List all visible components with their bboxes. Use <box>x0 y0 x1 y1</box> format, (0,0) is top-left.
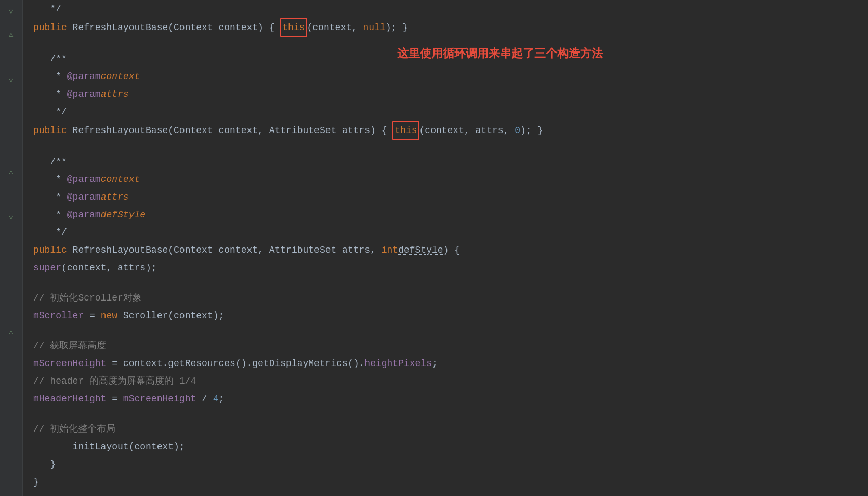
gutter-icon-11 <box>0 252 23 275</box>
gutter-icon-7[interactable]: △ <box>0 160 23 183</box>
code-line-9: /** <box>23 153 868 171</box>
gutter-icon-4 <box>0 92 23 114</box>
code-line-13: */ <box>23 224 868 241</box>
code-line-25: // 初始化整个布局 <box>23 420 868 438</box>
gutter-icon-10 <box>0 229 23 252</box>
gutter-icon-14[interactable]: △ <box>0 320 23 343</box>
gutter-icon-8 <box>0 183 23 206</box>
code-line-5: * @param attrs <box>23 85 868 103</box>
gutter-icon-9[interactable]: ▽ <box>0 206 23 229</box>
code-line-27: } <box>23 455 868 473</box>
gutter-icon-3[interactable]: ▽ <box>0 69 23 92</box>
code-line-16 <box>23 277 868 289</box>
code-area: 这里使用循环调用来串起了三个构造方法 */ public RefreshLayo… <box>23 0 868 496</box>
chinese-annotation: 这里使用循环调用来串起了三个构造方法 <box>397 46 603 61</box>
code-line-7: public RefreshLayoutBase(Context context… <box>23 121 868 140</box>
code-line-20: // 获取屏幕高度 <box>23 337 868 355</box>
gutter-icon-13 <box>0 297 23 320</box>
code-line-8 <box>23 140 868 153</box>
code-line-19 <box>23 324 868 337</box>
gutter-icon-20 <box>0 458 23 480</box>
gutter-icon-2 <box>0 46 23 69</box>
gutter-icon-16 <box>0 366 23 389</box>
code-line-23: mHeaderHeight = mScreenHeight / 4; <box>23 390 868 408</box>
gutter-icon-5 <box>0 114 23 137</box>
gutter-icon-12 <box>0 275 23 297</box>
gutter-icon-21 <box>0 480 23 496</box>
code-container: ▽△▽△▽△▽ 这里使用循环调用来串起了三个构造方法 */ public Ref… <box>0 0 868 496</box>
code-line-18: mScroller = new Scroller(context); <box>23 307 868 324</box>
gutter-icon-17 <box>0 389 23 412</box>
code-line-4: * @param context <box>23 68 868 85</box>
code-line-26: initLayout(context); <box>23 438 868 455</box>
code-line-6: */ <box>23 103 868 121</box>
code-line-28: } <box>23 473 868 491</box>
code-line-0: */ <box>23 0 868 18</box>
code-line-24 <box>23 408 868 420</box>
gutter-icon-15 <box>0 343 23 366</box>
gutter-icon-18 <box>0 412 23 435</box>
code-line-17: // 初始化Scroller对象 <box>23 289 868 307</box>
gutter-icon-19 <box>0 435 23 458</box>
gutter-icon-6 <box>0 137 23 160</box>
gutter-icon-0[interactable]: ▽ <box>0 0 23 23</box>
code-line-10: * @param context <box>23 171 868 188</box>
code-line-12: * @param defStyle <box>23 206 868 224</box>
code-line-15: super(context, attrs); <box>23 259 868 277</box>
code-line-1: public RefreshLayoutBase(Context context… <box>23 18 868 37</box>
code-line-21: mScreenHeight = context.getResources().g… <box>23 355 868 372</box>
code-line-14: public RefreshLayoutBase(Context context… <box>23 241 868 259</box>
gutter-icon-1[interactable]: △ <box>0 23 23 46</box>
code-line-11: * @param attrs <box>23 188 868 206</box>
code-line-22: // header 的高度为屏幕高度的 1/4 <box>23 372 868 390</box>
gutter: ▽△▽△▽△▽ <box>0 0 23 496</box>
